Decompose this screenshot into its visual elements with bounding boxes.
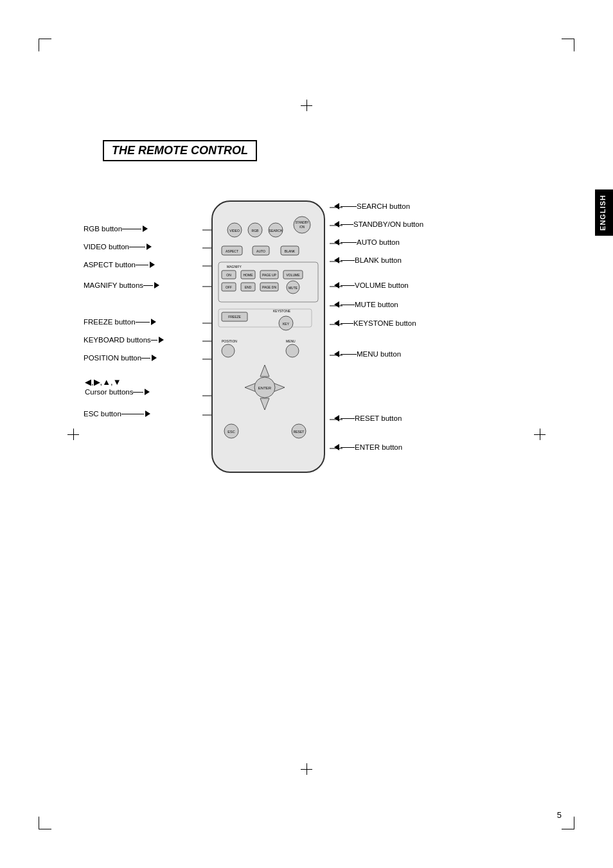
- corner-mark-tl: [39, 39, 51, 51]
- connector-line: [341, 224, 353, 225]
- label-position-button: POSITION button: [84, 354, 157, 362]
- svg-text:BLANK: BLANK: [285, 249, 296, 253]
- arrow-indicator: [143, 226, 148, 232]
- arrow-indicator: [152, 355, 157, 361]
- diagram-container: VIDEO RGB SEARCH STANDBY /ON ASPECT AUTO…: [84, 180, 533, 495]
- connector-line: [129, 247, 145, 247]
- svg-text:END: END: [245, 285, 252, 289]
- arrow-indicator: [334, 239, 339, 245]
- svg-text:MAGNIFY: MAGNIFY: [227, 265, 242, 269]
- connector-line: [341, 447, 355, 448]
- connector-line: [341, 323, 353, 324]
- svg-text:PAGE UP: PAGE UP: [262, 273, 277, 277]
- svg-point-62: [286, 344, 299, 357]
- connector-line: [341, 260, 355, 261]
- arrow-indicator: [154, 282, 159, 288]
- connector-line: [151, 340, 157, 341]
- svg-text:RGB: RGB: [252, 229, 260, 233]
- svg-text:OFF: OFF: [226, 285, 232, 289]
- corner-mark-tr: [562, 39, 574, 51]
- svg-text:ENTER: ENTER: [258, 386, 272, 390]
- connector-line: [133, 392, 143, 393]
- label-standby-button: STANDBY/ON button: [334, 220, 423, 228]
- arrow-indicator: [334, 320, 339, 326]
- label-enter-button: ENTER button: [334, 443, 402, 451]
- arrow-indicator: [334, 257, 339, 263]
- page-number: 5: [557, 810, 562, 820]
- svg-text:STANDBY: STANDBY: [296, 221, 309, 224]
- label-mute-button: MUTE button: [334, 301, 398, 308]
- arrow-indicator: [147, 244, 152, 250]
- svg-text:KEY: KEY: [283, 322, 290, 326]
- arrow-indicator: [334, 351, 339, 357]
- label-keyboard-buttons: KEYBOARD buttons: [84, 336, 164, 344]
- corner-mark-br: [562, 817, 574, 829]
- label-video-button: VIDEO button: [84, 243, 152, 251]
- svg-point-60: [222, 344, 235, 357]
- svg-text:ASPECT: ASPECT: [226, 249, 238, 253]
- arrow-indicator: [159, 337, 164, 343]
- cursor-icons-display: ◀,▶,▲,▼ Cursor buttons: [85, 377, 150, 396]
- svg-text:VIDEO: VIDEO: [229, 229, 240, 233]
- label-freeze-button: FREEZE button: [84, 318, 156, 326]
- svg-text:ESC: ESC: [227, 430, 235, 434]
- arrow-indicator: [145, 411, 150, 417]
- svg-text:/ON: /ON: [299, 226, 305, 229]
- arrow-indicator: [334, 444, 339, 450]
- arrow-indicator: [145, 389, 150, 395]
- arrow-indicator: [151, 319, 156, 325]
- english-tab: ENGLISH: [595, 190, 613, 236]
- svg-text:RESET: RESET: [294, 430, 305, 434]
- crosshair-left: [67, 429, 79, 440]
- svg-text:SEARCH: SEARCH: [269, 229, 283, 233]
- svg-point-26: [294, 217, 310, 233]
- svg-text:VOLUME: VOLUME: [286, 273, 300, 277]
- arrow-indicator: [334, 203, 339, 209]
- connector-line: [143, 285, 153, 286]
- arrow-indicator: [334, 282, 339, 288]
- crosshair-right: [534, 429, 546, 440]
- remote-svg: VIDEO RGB SEARCH STANDBY /ON ASPECT AUTO…: [209, 198, 328, 475]
- label-menu-button: MENU button: [334, 350, 401, 358]
- connector-line: [122, 229, 141, 229]
- label-auto-button: AUTO button: [334, 238, 400, 246]
- label-search-button: SEARCH button: [334, 202, 410, 210]
- connector-line: [341, 354, 357, 355]
- connector-line: [341, 305, 355, 305]
- label-magnify-buttons: MAGNIFY buttons: [84, 281, 159, 289]
- arrow-indicator: [334, 221, 339, 227]
- label-esc-button: ESC button: [84, 410, 150, 418]
- label-volume-button: VOLUME button: [334, 281, 409, 289]
- svg-text:KEYSTONE: KEYSTONE: [273, 309, 291, 313]
- label-aspect-button: ASPECT button: [84, 261, 155, 269]
- svg-text:POSITION: POSITION: [222, 339, 237, 343]
- corner-mark-bl: [39, 817, 51, 829]
- section-title: THE REMOTE CONTROL: [103, 140, 257, 161]
- arrow-indicator: [334, 415, 339, 421]
- arrow-indicator: [150, 261, 155, 268]
- svg-text:MUTE: MUTE: [289, 286, 298, 290]
- crosshair-top: [301, 100, 312, 111]
- connector-line: [341, 242, 357, 243]
- crosshair-bottom: [301, 763, 312, 775]
- svg-text:HOME: HOME: [244, 273, 254, 277]
- svg-text:MENU: MENU: [286, 339, 296, 343]
- label-keystone-button: KEYSTONE button: [334, 319, 416, 327]
- connector-line: [136, 265, 148, 265]
- connector-line: [136, 322, 150, 323]
- connector-line: [121, 414, 144, 414]
- label-rgb-button: RGB button: [84, 225, 148, 233]
- svg-text:PAGE DN: PAGE DN: [262, 285, 277, 289]
- label-blank-button: BLANK button: [334, 256, 402, 264]
- svg-text:ON: ON: [226, 273, 231, 277]
- remote-control: VIDEO RGB SEARCH STANDBY /ON ASPECT AUTO…: [209, 198, 328, 475]
- connector-line: [341, 285, 355, 286]
- svg-text:FREEZE: FREEZE: [228, 315, 241, 319]
- connector-line: [341, 418, 355, 419]
- connector-line: [341, 206, 357, 207]
- label-reset-button: RESET button: [334, 414, 402, 422]
- arrow-indicator: [334, 301, 339, 308]
- connector-line: [141, 358, 150, 359]
- svg-text:AUTO: AUTO: [256, 249, 265, 253]
